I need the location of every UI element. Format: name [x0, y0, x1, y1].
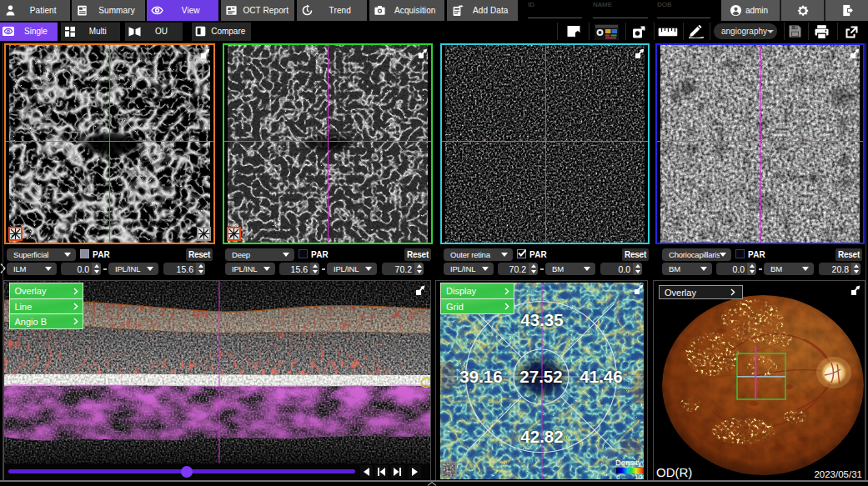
svg-text:Density(%): Density(%)	[615, 458, 644, 467]
svg-text:0: 0	[616, 473, 620, 479]
svg-text:100: 100	[635, 473, 644, 479]
svg-text:42.82: 42.82	[520, 427, 563, 446]
svg-text:OD(R): OD(R)	[656, 465, 692, 479]
svg-text:41.46: 41.46	[580, 367, 622, 386]
svg-text:43.35: 43.35	[520, 310, 563, 329]
svg-text:39.16: 39.16	[459, 367, 502, 386]
svg-text:2023/05/31: 2023/05/31	[814, 469, 862, 479]
svg-text:27.52: 27.52	[519, 367, 562, 386]
